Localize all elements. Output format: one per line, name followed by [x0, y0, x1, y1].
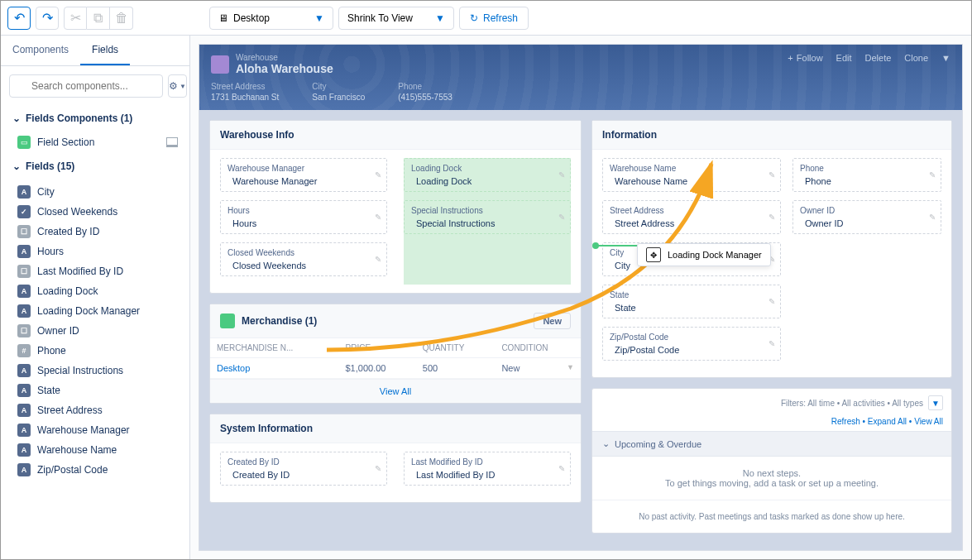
view-selector[interactable]: Shrink To View ▼	[338, 7, 454, 30]
slot-label: State	[610, 290, 773, 299]
slot-label: Hours	[227, 206, 380, 215]
view-all-link[interactable]: View All	[210, 379, 581, 403]
street-label: Street Address	[211, 82, 279, 91]
warehouse-info-card[interactable]: Warehouse Info Warehouse Manager Warehou…	[209, 120, 582, 294]
field-item[interactable]: AStreet Address	[9, 400, 181, 420]
system-info-card[interactable]: System Information Created By ID Created…	[209, 414, 582, 503]
field-slot[interactable]: Warehouse Manager Warehouse Manager ✎	[220, 158, 387, 192]
search-input[interactable]	[9, 74, 163, 98]
field-slot[interactable]: Created By ID Created By ID ✎	[220, 452, 387, 486]
field-item[interactable]: #Phone	[9, 341, 181, 361]
field-label: Loading Dock Manager	[37, 305, 140, 317]
field-slot[interactable]: Special Instructions Special Instruction…	[404, 200, 571, 234]
chevron-down-icon: ▼	[180, 83, 186, 90]
chevron-down-icon: ▼	[435, 12, 445, 24]
field-item[interactable]: ALoading Dock	[9, 281, 181, 301]
field-type-icon: A	[17, 364, 31, 377]
tab-components[interactable]: Components	[1, 36, 80, 65]
pencil-icon: ✎	[929, 213, 936, 222]
field-label: City	[37, 186, 55, 198]
undo-button[interactable]: ↶	[7, 7, 31, 30]
field-item[interactable]: AWarehouse Manager	[9, 420, 181, 440]
delete-button[interactable]: 🗑	[110, 7, 133, 30]
refresh-button[interactable]: ↻ Refresh	[459, 7, 529, 30]
fields-components-label: Fields Components (1)	[26, 112, 132, 124]
field-slot[interactable]: Street Address Street Address ✎	[602, 200, 781, 234]
field-slot[interactable]: Warehouse Name Warehouse Name ✎	[602, 158, 781, 192]
row-name[interactable]: Desktop	[210, 358, 338, 379]
field-type-icon: A	[17, 285, 31, 298]
redo-button[interactable]: ↷	[36, 7, 59, 30]
pencil-icon: ✎	[375, 464, 381, 473]
clone-button[interactable]: Clone	[904, 53, 928, 63]
field-slot[interactable]: State State ✎	[602, 285, 781, 318]
grab-cursor-icon: ✥	[646, 247, 661, 262]
field-item[interactable]: ACity	[9, 182, 181, 202]
field-item[interactable]: ALoading Dock Manager	[9, 301, 181, 321]
new-button[interactable]: New	[534, 313, 571, 329]
field-slot[interactable]: Phone Phone ✎	[792, 158, 941, 192]
copy-button[interactable]: ⧉	[87, 7, 110, 30]
view-label: Shrink To View	[347, 12, 413, 24]
pencil-icon: ✎	[769, 339, 775, 348]
canvas: Warehouse Aloha Warehouse +Follow Edit D…	[190, 36, 971, 559]
field-item[interactable]: ☐Owner ID	[9, 321, 181, 341]
tab-fields[interactable]: Fields	[80, 36, 130, 65]
record-header: Warehouse Aloha Warehouse +Follow Edit D…	[199, 45, 962, 110]
field-slot[interactable]: Zip/Postal Code Zip/Postal Code ✎	[602, 327, 781, 361]
follow-button[interactable]: +Follow	[788, 53, 822, 63]
device-selector[interactable]: 🖥Desktop ▼	[209, 7, 333, 30]
field-type-icon: A	[17, 404, 31, 417]
fields-header[interactable]: ⌄ Fields (15)	[9, 154, 181, 179]
field-slot[interactable]: Hours Hours ✎	[220, 200, 387, 234]
field-type-icon: A	[17, 304, 31, 318]
warehouse-info-title: Warehouse Info	[210, 121, 581, 150]
slot-value: Phone	[800, 176, 934, 186]
field-slot[interactable]: Last Modified By ID Last Modified By ID …	[404, 452, 571, 486]
field-item[interactable]: AState	[9, 381, 181, 400]
cut-button[interactable]: ✂	[64, 7, 87, 30]
field-item[interactable]: ✓Closed Weekends	[9, 202, 181, 222]
field-item[interactable]: AHours	[9, 242, 181, 261]
field-label: Phone	[37, 345, 66, 357]
row-cond[interactable]: New ▼	[495, 358, 581, 379]
slot-label: Phone	[800, 164, 934, 173]
field-label: Street Address	[37, 404, 103, 416]
refresh-icon: ↻	[470, 12, 478, 24]
pencil-icon: ✎	[558, 213, 565, 222]
filter-icon[interactable]: ▼	[928, 395, 943, 410]
field-item[interactable]: ☐Last Modified By ID	[9, 261, 181, 281]
fields-components-header[interactable]: ⌄ Fields Components (1)	[9, 106, 181, 131]
slot-value: Closed Weekends	[227, 261, 380, 270]
field-label: Last Modified By ID	[37, 266, 123, 277]
merchandise-card[interactable]: Merchandise (1) New MERCHANDISE N... PRI…	[209, 304, 582, 404]
field-slot[interactable]: Loading Dock Loading Dock ✎	[404, 158, 571, 192]
drag-ghost: ✥ Loading Dock Manager	[637, 243, 771, 266]
gear-icon: ⚙	[169, 80, 178, 92]
slot-label: Loading Dock	[411, 164, 563, 173]
field-label: Created By ID	[37, 226, 99, 237]
pencil-icon: ✎	[769, 213, 775, 222]
field-item[interactable]: AZip/Postal Code	[9, 460, 181, 480]
activity-card[interactable]: Filters: All time • All activities • All…	[591, 388, 952, 534]
pencil-icon: ✎	[375, 170, 381, 179]
settings-button[interactable]: ⚙ ▼	[168, 74, 187, 98]
slot-value: Owner ID	[800, 218, 934, 228]
field-section-item[interactable]: ▭ Field Section	[9, 131, 181, 154]
field-slot[interactable]: Owner ID Owner ID ✎	[792, 200, 941, 234]
slot-label: Street Address	[610, 206, 773, 215]
slot-value: Hours	[227, 218, 380, 228]
field-slot[interactable]: Closed Weekends Closed Weekends ✎	[220, 242, 387, 276]
field-item[interactable]: ASpecial Instructions	[9, 361, 181, 381]
activity-links[interactable]: Refresh • Expand All • View All	[592, 417, 951, 431]
field-item[interactable]: AWarehouse Name	[9, 440, 181, 460]
field-item[interactable]: ☐Created By ID	[9, 222, 181, 242]
more-actions-button[interactable]: ▼	[941, 53, 950, 63]
upcoming-overdue-header[interactable]: ⌄ Upcoming & Overdue	[592, 431, 951, 457]
no-steps-line1: No next steps.	[604, 468, 940, 478]
delete-button[interactable]: Delete	[865, 53, 892, 63]
field-section-icon: ▭	[17, 136, 31, 149]
edit-button[interactable]: Edit	[836, 53, 852, 63]
table-row[interactable]: Desktop $1,000.00 500 New ▼	[210, 358, 581, 379]
row-qty: 500	[416, 358, 496, 379]
